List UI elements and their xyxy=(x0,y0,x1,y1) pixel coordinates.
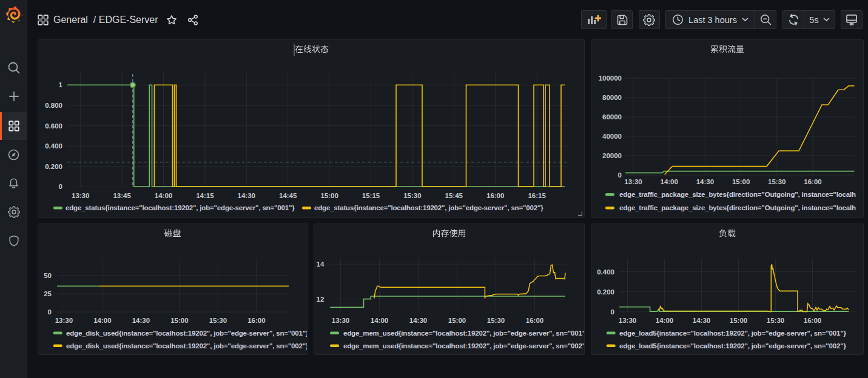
svg-text:0.600: 0.600 xyxy=(45,122,62,130)
svg-text:20000: 20000 xyxy=(602,152,622,159)
svg-text:0: 0 xyxy=(48,308,52,316)
svg-text:13:30: 13:30 xyxy=(72,192,89,199)
svg-text:edge_mem_used{instance="localh: edge_mem_used{instance="localhost:19202"… xyxy=(343,330,584,337)
svg-text:14:30: 14:30 xyxy=(238,192,255,199)
svg-text:16:00: 16:00 xyxy=(526,317,543,324)
svg-text:0.800: 0.800 xyxy=(45,102,62,109)
svg-text:13:30: 13:30 xyxy=(55,317,73,324)
svg-text:0: 0 xyxy=(611,308,614,316)
svg-text:13:30: 13:30 xyxy=(332,317,349,324)
svg-text:12: 12 xyxy=(317,296,325,303)
svg-text:15:30: 15:30 xyxy=(209,317,227,324)
svg-text:16:00: 16:00 xyxy=(804,317,821,324)
svg-text:14:00: 14:00 xyxy=(371,317,388,324)
svg-text:15:15: 15:15 xyxy=(362,192,380,199)
svg-text:edge_mem_used{instance="localh: edge_mem_used{instance="localhost:19202"… xyxy=(343,342,584,350)
svg-text:14: 14 xyxy=(317,260,325,268)
svg-text:16:00: 16:00 xyxy=(486,192,504,199)
svg-text:40000: 40000 xyxy=(602,133,622,140)
svg-text:15:30: 15:30 xyxy=(768,178,786,185)
svg-text:edge_load5{instance="localhost: edge_load5{instance="localhost:19202", j… xyxy=(619,342,847,350)
svg-text:14:30: 14:30 xyxy=(693,317,710,324)
svg-text:25: 25 xyxy=(44,290,52,297)
svg-text:13:45: 13:45 xyxy=(113,192,131,199)
svg-text:edge_status{instance="localhos: edge_status{instance="localhost:19202", … xyxy=(66,204,295,211)
svg-text:0.400: 0.400 xyxy=(45,142,62,150)
svg-text:16:15: 16:15 xyxy=(528,192,546,199)
svg-text:0: 0 xyxy=(618,171,622,179)
svg-text:0.200: 0.200 xyxy=(45,163,62,170)
svg-text:0.400: 0.400 xyxy=(597,268,614,276)
svg-text:14:30: 14:30 xyxy=(696,178,714,185)
svg-text:14:00: 14:00 xyxy=(155,192,172,199)
svg-text:15:30: 15:30 xyxy=(403,192,421,199)
svg-text:14:00: 14:00 xyxy=(656,317,673,324)
svg-text:80000: 80000 xyxy=(602,94,622,101)
svg-text:50: 50 xyxy=(44,272,52,279)
svg-text:14:15: 14:15 xyxy=(196,192,214,199)
svg-text:0.200: 0.200 xyxy=(597,288,614,296)
svg-text:edge_disk_used{instance="local: edge_disk_used{instance="localhost:19202… xyxy=(66,342,307,350)
svg-text:0: 0 xyxy=(59,183,62,190)
svg-text:14:00: 14:00 xyxy=(660,178,678,185)
svg-text:edge_traffic_package_size_byte: edge_traffic_package_size_bytes{directio… xyxy=(619,204,856,211)
svg-text:14:45: 14:45 xyxy=(279,192,297,199)
svg-text:15:00: 15:00 xyxy=(732,178,750,185)
svg-text:edge_traffic_package_size_byte: edge_traffic_package_size_bytes{directio… xyxy=(619,191,856,198)
svg-text:15:00: 15:00 xyxy=(170,317,188,324)
svg-text:16:00: 16:00 xyxy=(804,178,821,185)
svg-text:1: 1 xyxy=(59,81,63,88)
svg-text:16:00: 16:00 xyxy=(247,317,265,324)
svg-text:14:00: 14:00 xyxy=(93,317,111,324)
svg-text:13:30: 13:30 xyxy=(624,178,642,185)
svg-text:15:00: 15:00 xyxy=(730,317,747,324)
svg-text:100000: 100000 xyxy=(599,75,622,82)
svg-text:15:45: 15:45 xyxy=(445,192,463,199)
svg-text:edge_disk_used{instance="local: edge_disk_used{instance="localhost:19202… xyxy=(66,330,307,337)
svg-text:15:00: 15:00 xyxy=(448,317,466,324)
svg-text:15:30: 15:30 xyxy=(487,317,505,324)
svg-text:14:30: 14:30 xyxy=(409,317,427,324)
svg-text:edge_status{instance="localhos: edge_status{instance="localhost:19202", … xyxy=(314,204,543,211)
svg-text:15:00: 15:00 xyxy=(320,192,338,199)
svg-text:edge_load5{instance="localhost: edge_load5{instance="localhost:19202", j… xyxy=(619,330,847,337)
svg-text:15:30: 15:30 xyxy=(767,317,784,324)
svg-text:13:30: 13:30 xyxy=(619,317,636,324)
svg-text:14:30: 14:30 xyxy=(132,317,150,324)
svg-text:60000: 60000 xyxy=(602,113,622,121)
